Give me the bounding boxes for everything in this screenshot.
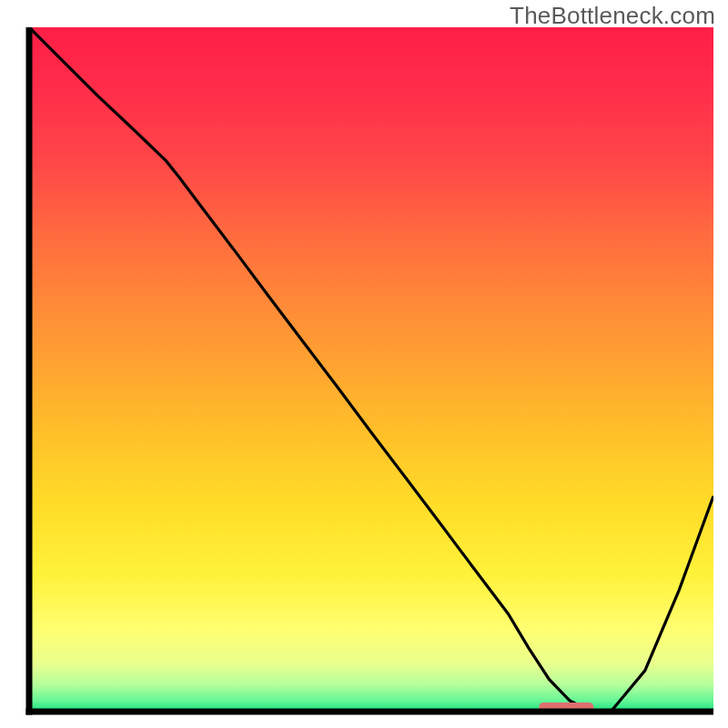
plot-background [29, 27, 713, 712]
chart-frame: TheBottleneck.com [0, 0, 728, 728]
watermark-text: TheBottleneck.com [510, 2, 715, 30]
bottleneck-chart [0, 0, 728, 728]
